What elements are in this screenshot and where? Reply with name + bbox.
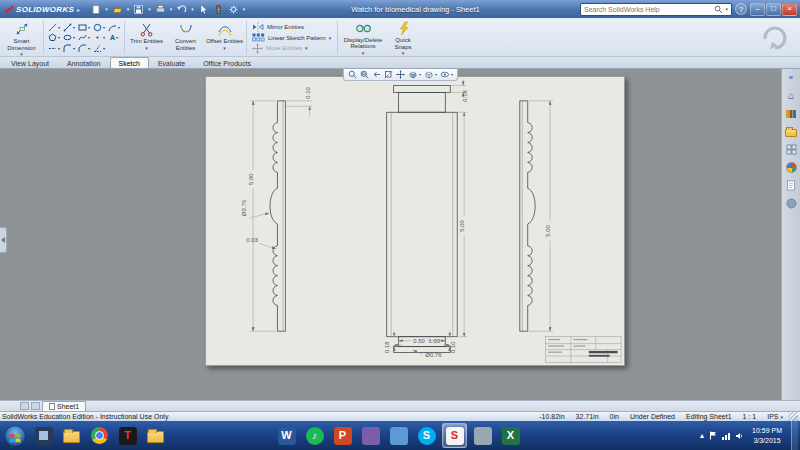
taskbar-word[interactable]: W: [274, 423, 299, 448]
resize-grip[interactable]: [788, 412, 798, 421]
line-tool-button[interactable]: ▾: [62, 22, 76, 32]
appearances-icon[interactable]: [784, 161, 798, 174]
text-tool-button[interactable]: A▾: [107, 33, 121, 43]
taskbar-solidworks[interactable]: S: [442, 423, 467, 448]
taskbar-spotify[interactable]: ♪: [302, 423, 327, 448]
taskbar-app-t[interactable]: T: [115, 423, 140, 448]
options-button[interactable]: [227, 3, 240, 16]
spline-tool-button[interactable]: ▾: [77, 33, 91, 43]
graphics-area[interactable]: ▾ ▾ ▾: [0, 69, 781, 400]
sketch-chamfer-button[interactable]: ▾: [77, 43, 91, 53]
zoom-area-button[interactable]: [360, 70, 369, 79]
display-style-button[interactable]: ▾: [424, 70, 437, 79]
panel-collapse-handle[interactable]: [0, 227, 7, 253]
centerline-tool-button[interactable]: ▾: [47, 43, 61, 53]
dimension-left-height[interactable]: 5.00: [248, 173, 254, 185]
tab-annotation[interactable]: Annotation: [58, 57, 109, 68]
taskbar-file-explorer[interactable]: [59, 423, 84, 448]
print-button[interactable]: [154, 3, 167, 16]
close-button[interactable]: ×: [782, 3, 797, 16]
minimize-button[interactable]: –: [750, 3, 765, 16]
linear-sketch-pattern-button[interactable]: Linear Sketch Pattern ▾: [252, 33, 332, 43]
file-explorer-icon[interactable]: [784, 125, 798, 138]
help-button[interactable]: ?: [735, 3, 747, 15]
point-tool-button[interactable]: ▾: [92, 33, 106, 43]
offset-entities-button[interactable]: Offset Entities ▾: [205, 19, 244, 56]
dimension-bottom-right-height[interactable]: 0.10: [450, 341, 456, 353]
tab-evaluate[interactable]: Evaluate: [149, 57, 194, 68]
view-orientation-button[interactable]: ▾: [408, 70, 421, 79]
design-library-icon[interactable]: [784, 107, 798, 120]
mirror-entities-button[interactable]: Mirror Entities: [252, 22, 332, 32]
taskbar-chrome[interactable]: [87, 423, 112, 448]
volume-icon[interactable]: [735, 432, 743, 440]
dimension-right-height[interactable]: 5.00: [545, 224, 551, 236]
quick-snaps-button[interactable]: Quick Snaps ▾: [386, 19, 420, 56]
taskbar-skype[interactable]: S: [414, 423, 439, 448]
dimension-bottom-inner-width[interactable]: 0.50: [413, 338, 425, 344]
sheet-nav-prev-button[interactable]: [20, 402, 29, 410]
start-button[interactable]: [2, 423, 28, 449]
taskbar-app-purple[interactable]: [358, 423, 383, 448]
forum-icon[interactable]: [784, 197, 798, 210]
dimension-bottom-diameter[interactable]: Ø0.76: [425, 352, 442, 358]
dimension-bottom-left-height[interactable]: 0.18: [384, 341, 390, 353]
unit-system-selector[interactable]: IPS ▾: [767, 413, 783, 420]
dimension-mid-top[interactable]: 0.18: [462, 89, 468, 101]
select-button[interactable]: [197, 3, 210, 16]
sketch-tool-button[interactable]: ▾: [47, 22, 61, 32]
view-front-band[interactable]: [387, 85, 458, 352]
tab-view-layout[interactable]: View Layout: [2, 57, 58, 68]
tray-expand-icon[interactable]: ▴: [700, 431, 704, 440]
smart-dimension-button[interactable]: Smart Dimension ▾: [2, 19, 41, 56]
drawing-sheet-svg[interactable]: 0.10 5.00 Ø0.76 0.03 0.18 5.00 5.00 0.50…: [206, 77, 624, 365]
solidworks-menu-button[interactable]: SOLIDWORKS ▸: [0, 4, 83, 14]
taskbar-app-window[interactable]: [31, 423, 56, 448]
display-delete-relations-button[interactable]: Display/Delete Relations ▾: [340, 19, 386, 56]
move-entities-button[interactable]: Move Entities ▾: [252, 43, 332, 53]
dimension-mid-height[interactable]: 5.00: [459, 219, 465, 231]
section-view-button[interactable]: [384, 70, 393, 79]
taskbar-clock[interactable]: 10:59 PM 3/3/2015: [748, 426, 786, 444]
sheet-tab-sheet1[interactable]: Sheet1: [42, 401, 86, 411]
ellipse-tool-button[interactable]: ▾: [62, 33, 76, 43]
zoom-fit-button[interactable]: [348, 70, 357, 79]
dimension-bottom-outer-width[interactable]: 1.00: [429, 338, 441, 344]
sheet-nav-next-button[interactable]: [31, 402, 40, 410]
maximize-button[interactable]: □: [766, 3, 781, 16]
taskbar-excel[interactable]: X: [498, 423, 523, 448]
solidworks-resources-icon[interactable]: ⌂: [784, 89, 798, 102]
rebuild-button[interactable]: [212, 3, 225, 16]
undo-button[interactable]: [175, 3, 188, 16]
hide-show-items-button[interactable]: ▾: [440, 70, 453, 79]
dimension-left-thickness[interactable]: 0.03: [246, 237, 258, 243]
new-document-button[interactable]: [89, 3, 102, 16]
custom-properties-icon[interactable]: [784, 179, 798, 192]
circle-tool-button[interactable]: ▾: [92, 22, 106, 32]
pan-button[interactable]: [396, 70, 405, 79]
tab-office-products[interactable]: Office Products: [194, 57, 260, 68]
taskbar-folder[interactable]: [143, 423, 168, 448]
show-desktop-button[interactable]: [791, 421, 798, 450]
dimension-left-diameter[interactable]: Ø0.76: [241, 199, 247, 216]
open-button[interactable]: [111, 3, 124, 16]
taskbar-powerpoint[interactable]: P: [330, 423, 355, 448]
previous-view-button[interactable]: [372, 70, 381, 79]
view-palette-icon[interactable]: [784, 143, 798, 156]
tab-sketch[interactable]: Sketch: [110, 57, 149, 68]
convert-entities-button[interactable]: Convert Entities: [166, 19, 205, 56]
arc-tool-button[interactable]: ▾: [107, 22, 121, 32]
network-icon[interactable]: [722, 432, 730, 440]
rectangle-tool-button[interactable]: ▾: [77, 22, 91, 32]
action-center-flag-icon[interactable]: [709, 431, 717, 440]
taskbar-app-blue[interactable]: [386, 423, 411, 448]
taskbar-app-gray[interactable]: [470, 423, 495, 448]
search-options-caret-icon[interactable]: ▾: [725, 6, 728, 12]
dimension-left-top[interactable]: 0.10: [305, 86, 311, 98]
drawing-sheet[interactable]: 0.10 5.00 Ø0.76 0.03 0.18 5.00 5.00 0.50…: [205, 76, 625, 366]
save-button[interactable]: [132, 3, 145, 16]
search-input[interactable]: [584, 6, 712, 13]
polygon-tool-button[interactable]: ▾: [47, 33, 61, 43]
help-search-box[interactable]: ▾: [580, 3, 732, 16]
construction-geometry-button[interactable]: ▾: [92, 43, 106, 53]
